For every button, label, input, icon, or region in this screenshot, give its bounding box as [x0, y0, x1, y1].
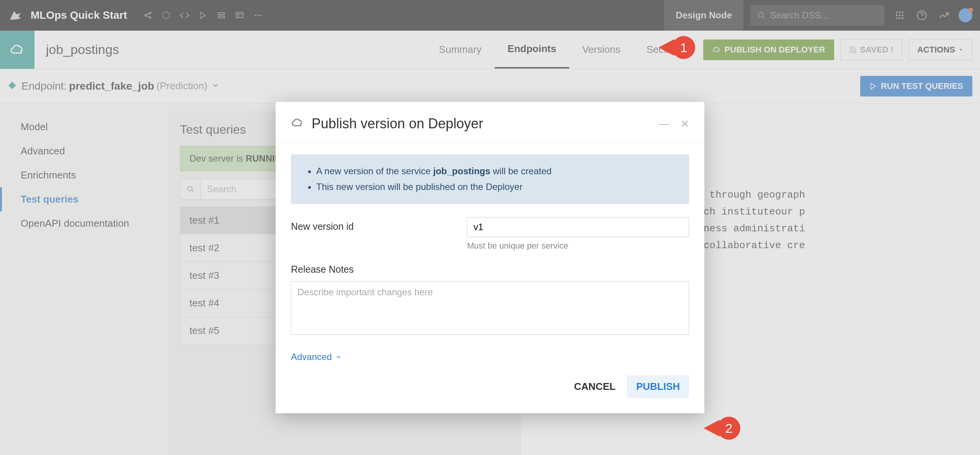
info-line-1: A new version of the service job_posting… — [316, 164, 678, 179]
annotation-callout-1: 1 — [658, 36, 695, 59]
annotation-callout-2: 2 — [704, 417, 740, 440]
version-id-hint: Must be unique per service — [467, 241, 689, 251]
version-id-label: New version id — [291, 217, 467, 232]
modal-body: A new version of the service job_posting… — [276, 143, 704, 362]
minimize-icon[interactable]: — — [659, 118, 670, 130]
modal-title: Publish version on Deployer — [312, 116, 483, 132]
version-id-row: New version id Must be unique per servic… — [291, 217, 689, 251]
advanced-toggle[interactable]: Advanced — [291, 352, 342, 362]
publish-version-modal: Publish version on Deployer — ✕ A new ve… — [276, 102, 704, 413]
version-id-input[interactable] — [467, 217, 689, 237]
modal-header: Publish version on Deployer — ✕ — [276, 102, 704, 143]
cloud-icon — [291, 116, 304, 131]
cancel-button[interactable]: CANCEL — [574, 381, 616, 393]
close-icon[interactable]: ✕ — [680, 118, 689, 130]
release-notes-label: Release Notes — [291, 264, 689, 275]
modal-info-box: A new version of the service job_posting… — [291, 154, 689, 204]
release-notes-textarea[interactable] — [291, 281, 689, 335]
advanced-label: Advanced — [291, 352, 332, 362]
release-notes-block: Release Notes — [291, 264, 689, 336]
publish-button[interactable]: PUBLISH — [627, 375, 689, 398]
modal-footer: CANCEL PUBLISH — [276, 362, 704, 413]
info-line-2: This new version will be published on th… — [316, 179, 678, 195]
